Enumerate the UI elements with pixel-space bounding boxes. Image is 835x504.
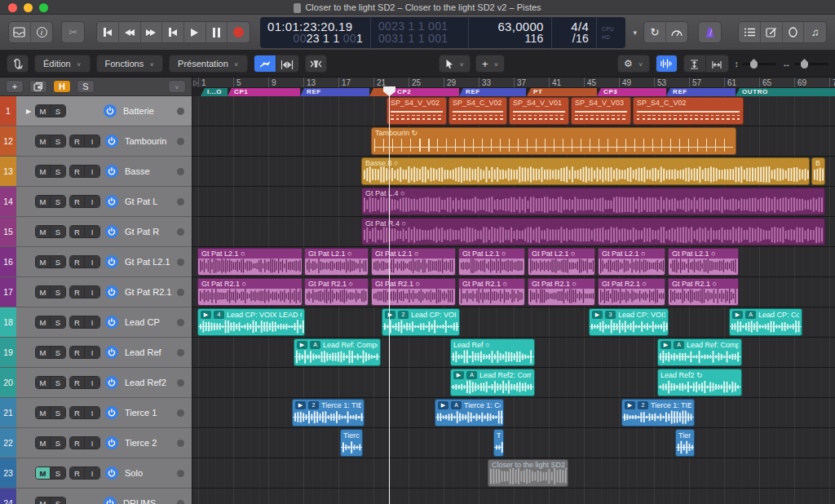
solo-button[interactable]: S [51, 135, 65, 147]
track-header-batterie[interactable]: 1▶MSBatterie [0, 96, 192, 126]
solo-button[interactable]: S [51, 347, 65, 358]
track-lane[interactable]: TierceTTier [192, 428, 835, 458]
lcd-display[interactable]: 01:01:23:20.19 0023 1 1 001 0023 1 1 001… [260, 17, 625, 48]
track-name[interactable]: Basse [125, 166, 177, 176]
flex-button[interactable] [276, 55, 298, 73]
track-header-lead-ref[interactable]: 19MSRILead Ref [0, 338, 192, 368]
menu-edition[interactable]: Édition∨ [34, 55, 91, 73]
record-enable-button[interactable]: R [70, 316, 85, 328]
pause-button[interactable] [206, 22, 228, 42]
region[interactable]: B [811, 157, 825, 185]
waveform-zoom-button[interactable] [656, 55, 678, 73]
track-power-button[interactable] [105, 135, 118, 148]
record-enable-button[interactable]: R [70, 166, 85, 177]
solo-button[interactable]: S [51, 316, 65, 328]
track-header-gt-pat-l[interactable]: 14MSRIGt Pat L [0, 187, 192, 217]
track-power-button[interactable] [105, 316, 118, 329]
region[interactable]: ▶ATierce 1: Comp [435, 399, 504, 427]
mute-button[interactable]: M [36, 316, 51, 328]
track-lane[interactable]: Closer to the light SD2_2 [192, 458, 835, 489]
play-button[interactable] [184, 22, 206, 42]
cut-tool-button[interactable]: ✂ [62, 22, 84, 42]
marker-pt[interactable]: PT [527, 88, 597, 96]
track-name[interactable]: Tambourin [125, 136, 177, 146]
region[interactable]: ▶ALead CP: Com [729, 308, 802, 336]
region[interactable]: SP_S4_V_V03 [571, 97, 631, 125]
playhead[interactable] [389, 89, 390, 504]
input-monitor-button[interactable]: I [85, 166, 99, 177]
record-enable-button[interactable]: R [70, 256, 85, 267]
track-name[interactable]: Batterie [123, 106, 177, 116]
input-monitor-button[interactable]: I [85, 226, 99, 237]
maximize-button[interactable] [39, 3, 48, 12]
region[interactable]: Gt Pat L.4 ○ [361, 188, 825, 215]
region[interactable]: ▶2Lead CP: VOIX [382, 308, 460, 336]
region[interactable]: Gt Pat R2.1 ○ [598, 278, 665, 306]
solo-button[interactable]: S [51, 256, 65, 267]
region[interactable]: ▶4Lead CP: VOIX LEAD C [197, 308, 305, 336]
track-header-tierce-1[interactable]: 21MSRITierce 1 [0, 398, 192, 428]
track-settings-menu[interactable]: ⚙∨ [617, 55, 650, 73]
vertical-auto-zoom-button[interactable] [684, 55, 706, 73]
mute-button[interactable]: M [36, 347, 51, 358]
marker-outro[interactable]: OUTRO [736, 88, 835, 96]
track-header-gt-pat-l2-1[interactable]: 16MSRIGt Pat L2.1 [0, 247, 192, 277]
record-button[interactable] [228, 22, 250, 42]
minimize-button[interactable] [24, 3, 33, 12]
track-lane[interactable]: SP_S4_V_V02SP_S4_C_V02SP_S4_V_V01SP_S4_V… [192, 96, 835, 126]
track-power-button[interactable] [105, 406, 118, 419]
track-lane[interactable]: ▶4Lead CP: VOIX LEAD C▶2Lead CP: VOIX▶3L… [192, 307, 835, 338]
marker-ref[interactable]: REF [459, 88, 526, 96]
track-power-button[interactable] [105, 225, 118, 238]
track-sort-menu[interactable]: ∨ [168, 80, 186, 93]
performance-button[interactable] [666, 22, 688, 42]
disclosure-triangle-icon[interactable]: ▶ [22, 108, 35, 115]
track-name[interactable]: Gt Pat L2.1 [125, 257, 177, 267]
input-monitor-button[interactable]: I [85, 286, 99, 298]
input-monitor-button[interactable]: I [85, 196, 99, 207]
metronome-button[interactable] [699, 22, 721, 42]
region[interactable]: ▶3Lead CP: VOIX [589, 308, 669, 336]
track-header-lead-cp[interactable]: 18MSRILead CP [0, 307, 192, 338]
track-name[interactable]: Gt Pat R2.1 [125, 287, 177, 297]
track-power-button[interactable] [105, 376, 118, 389]
solo-button[interactable]: S [51, 286, 65, 298]
inspector-button[interactable]: i [31, 22, 53, 42]
track-lane[interactable]: ▶ALead Ref2: CompLead Ref2 ↻ [192, 368, 835, 398]
solo-button[interactable]: S [51, 437, 65, 449]
track-name[interactable]: Tierce 2 [125, 438, 177, 448]
region[interactable]: SP_S4_C_V02 [448, 97, 507, 125]
track-power-button[interactable] [105, 466, 118, 480]
region[interactable]: Gt Pat R2.1 ○ [458, 278, 525, 306]
mute-button[interactable]: M [36, 437, 51, 449]
mute-button[interactable]: M [36, 467, 51, 479]
track-lane[interactable]: Gt Pat R2.1 ○Gt Pat R2.1 ○Gt Pat R2.1 ○G… [192, 277, 835, 307]
region[interactable]: Tierce [340, 429, 363, 457]
track-lane[interactable]: Gt Pat R.4 ○ [192, 217, 835, 247]
track-lane[interactable]: ▶ALead Ref: CompoLead Ref ○▶ALead Ref: C… [192, 338, 835, 368]
region[interactable]: T [493, 429, 504, 457]
track-power-button[interactable] [104, 104, 117, 117]
mute-button[interactable]: M [36, 196, 51, 207]
marker-ref[interactable]: REF [300, 88, 369, 96]
track-power-button[interactable] [105, 436, 118, 449]
loop-browser-button[interactable] [783, 22, 805, 42]
stop-button[interactable] [162, 22, 184, 42]
track-power-button[interactable] [105, 285, 118, 298]
mute-button[interactable]: M [36, 407, 51, 418]
lcd-mode-chevron[interactable]: ▾ [634, 29, 638, 37]
track-lane[interactable]: Gt Pat L2.1 ○Gt Pat L2.1 ○Gt Pat L2.1 ○G… [192, 247, 835, 277]
region[interactable]: Gt Pat L2.1 ○ [598, 248, 665, 276]
region[interactable]: Gt Pat R2.1 ○ [371, 278, 456, 306]
input-monitor-button[interactable]: I [85, 407, 99, 418]
track-name[interactable]: Solo [125, 468, 177, 478]
region[interactable]: ▶ALead Ref: Compo [294, 338, 381, 366]
region[interactable]: Tambourin ↻ [371, 127, 736, 155]
input-monitor-button[interactable]: I [85, 256, 99, 267]
region[interactable]: ▶2Tierce 1: TIERC [292, 399, 364, 427]
go-to-beginning-button[interactable] [97, 22, 119, 42]
track-name[interactable]: Gt Pat L [125, 197, 177, 206]
mute-button[interactable]: M [36, 226, 51, 237]
input-monitor-button[interactable]: I [85, 467, 99, 479]
track-power-button[interactable] [105, 346, 118, 359]
